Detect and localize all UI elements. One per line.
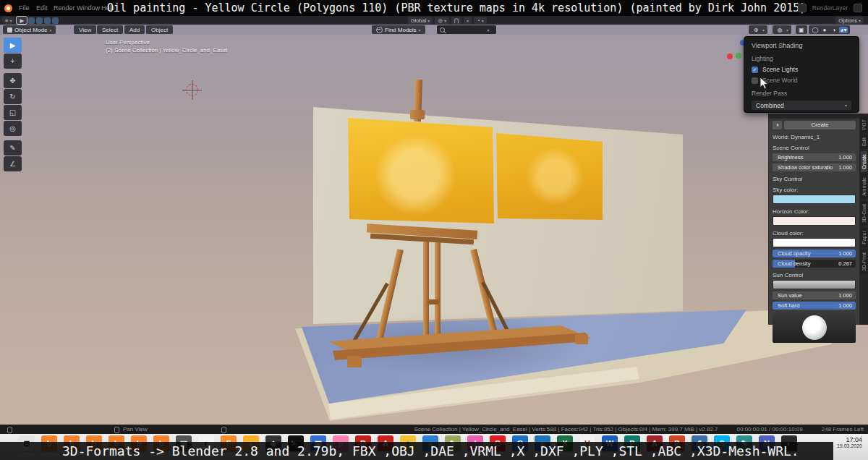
- menu-file[interactable]: File: [14, 0, 34, 16]
- view-layer-icon-2[interactable]: [36, 17, 43, 24]
- painting-right-object[interactable]: [496, 133, 603, 220]
- scene-lights-label: Scene Lights: [762, 66, 798, 73]
- easel-center-post-left[interactable]: [423, 242, 429, 340]
- viewport-3d[interactable]: Object Mode▾ View Select Add Object Find…: [0, 25, 868, 425]
- sun-color-swatch[interactable]: [773, 280, 856, 289]
- viewport-shading-popup: Viewport Shading Lighting ✓ Scene Lights…: [744, 36, 859, 113]
- scene-stats: Scene Collection | Yellow_Circle_and_Eas…: [414, 426, 718, 433]
- viewport-header: Object Mode▾ View Select Add Object Find…: [0, 25, 868, 35]
- scene-icon[interactable]: [798, 4, 807, 12]
- active-tool-button[interactable]: ▶: [17, 17, 27, 24]
- shading-wireframe-button[interactable]: ◯: [811, 27, 820, 33]
- timecode: 00:00:00:01 / 00:00:10:09: [737, 426, 803, 433]
- mode-icon: [7, 27, 12, 33]
- scene-control-label: Scene Control: [773, 145, 856, 151]
- brightness-slider[interactable]: Brightness1.000: [773, 153, 856, 161]
- create-button[interactable]: Create: [784, 121, 856, 129]
- render-layer-group: RenderLayer: [798, 0, 862, 16]
- panel-header-strip: [769, 114, 860, 119]
- model-search-input[interactable]: [437, 25, 483, 34]
- easel-center-post-right[interactable]: [435, 242, 441, 341]
- tool-select-box[interactable]: ▶: [4, 38, 22, 53]
- cursor-3d-icon: [186, 84, 198, 96]
- gizmo-dropdown[interactable]: ⊕▾: [749, 25, 767, 34]
- tool-move[interactable]: ✥: [4, 73, 22, 88]
- overlays-dropdown[interactable]: ◍▾: [773, 25, 791, 34]
- gizmo-y-axis-dot[interactable]: [736, 53, 741, 59]
- tab-edit[interactable]: Edit: [861, 135, 867, 149]
- tab-3d-coat[interactable]: 3D-Coat: [861, 201, 867, 226]
- find-models-dropdown[interactable]: Find Models▾: [372, 25, 425, 34]
- editor-type-selector[interactable]: ≡▾: [2, 17, 14, 24]
- printer-icon[interactable]: [854, 4, 862, 12]
- view-layer-icon-4[interactable]: [52, 17, 59, 24]
- cloud-color-swatch[interactable]: [773, 238, 856, 247]
- topbar: ≡▾ ▶ Global▾ ◎▾ ⋂ ▾ ◔▾ Options▾: [0, 16, 868, 25]
- search-filter-dropdown[interactable]: ▾: [480, 25, 496, 34]
- transform-pivot-select[interactable]: ◎▾: [435, 17, 449, 24]
- tab-create[interactable]: Create: [861, 151, 867, 172]
- tool-rotate[interactable]: ↻: [4, 89, 22, 104]
- tab-animate[interactable]: Animate: [861, 174, 867, 199]
- transform-orientation-select[interactable]: Global▾: [408, 17, 433, 24]
- system-clock[interactable]: 17:04 19.03.2020: [837, 436, 862, 448]
- search-icon: [440, 27, 445, 33]
- frames-left: 248 Frames Left: [822, 426, 864, 433]
- tab-3d-print[interactable]: 3D-Print: [861, 250, 867, 274]
- object-menu[interactable]: Object: [146, 25, 173, 34]
- video-caption-top: Oil painting - Yellow Circle (Polygons 1…: [107, 0, 806, 16]
- tool-scale[interactable]: ◱: [4, 105, 22, 120]
- view-layer-icon-3[interactable]: [44, 17, 51, 24]
- easel-foot-right[interactable]: [575, 334, 588, 344]
- scene-lights-row[interactable]: ✓ Scene Lights: [752, 66, 851, 73]
- snap-settings-select[interactable]: ▾: [464, 17, 472, 24]
- easel-clamp[interactable]: [410, 110, 425, 119]
- pan-view-hint: Pan View: [123, 425, 148, 434]
- scene-lights-checkbox[interactable]: ✓: [752, 67, 758, 73]
- tab-pot[interactable]: POT: [861, 116, 867, 132]
- shadow-saturation-slider[interactable]: Shadow color saturatio1.000: [773, 163, 856, 171]
- xray-toggle[interactable]: ▣: [796, 25, 807, 34]
- shading-material-button[interactable]: ◑: [830, 27, 838, 33]
- render-pass-select[interactable]: Combined▾: [752, 101, 851, 110]
- world-icon: ◑: [773, 121, 782, 129]
- tool-measure[interactable]: ∠: [4, 156, 22, 171]
- sun-control-label: Sun Control: [773, 272, 856, 278]
- view-menu[interactable]: View: [74, 25, 96, 34]
- tool-transform[interactable]: ◎: [4, 121, 22, 136]
- snap-magnet-toggle[interactable]: ⋂: [451, 17, 461, 24]
- globe-icon: [376, 27, 383, 33]
- add-menu[interactable]: Add: [124, 25, 145, 34]
- status-right-group: Scene Collection | Yellow_Circle_and_Eas…: [414, 425, 864, 434]
- scene-world-checkbox[interactable]: [752, 77, 758, 84]
- windows-taskbar: ⊞ b b b b b b ▣ r F ▲ ◆ >_ ▦ p D A + ● ✎…: [0, 434, 868, 460]
- mouse-pointer: [760, 77, 769, 93]
- soft-hard-slider[interactable]: Soft hard1.000: [773, 302, 856, 310]
- menubar: File Edit Render Window Help Oil paintin…: [0, 0, 868, 16]
- video-caption-bottom: 3D-Formats -> Blender 2.8 and 2.79b, FBX…: [0, 442, 833, 460]
- proportional-editing-select[interactable]: ◔▾: [474, 17, 487, 24]
- select-menu[interactable]: Select: [97, 25, 123, 34]
- mode-select[interactable]: Object Mode▾: [3, 25, 56, 34]
- render-layer-label: RenderLayer: [812, 4, 848, 12]
- tool-cursor[interactable]: +: [4, 54, 22, 69]
- gizmo-x-axis-dot[interactable]: [727, 54, 733, 59]
- painting-left-object[interactable]: [348, 118, 494, 223]
- cloud-density-slider[interactable]: Cloud density0.267: [773, 260, 856, 268]
- shading-rendered-button[interactable]: ◕▾: [839, 27, 848, 33]
- view-layer-icon-1[interactable]: [28, 17, 35, 24]
- blender-logo-icon[interactable]: [4, 4, 12, 12]
- tab-paper[interactable]: Paper: [861, 228, 867, 247]
- dynamic-sky-panel: ◑ Create World: Dynamic_1 Scene Control …: [768, 114, 859, 325]
- sun-value-slider[interactable]: Sun value1.000: [773, 291, 856, 299]
- shading-solid-button[interactable]: ●: [820, 27, 829, 33]
- clock-time: 17:04: [837, 436, 862, 443]
- cloud-opacity-slider[interactable]: Cloud opacity1.000: [773, 250, 856, 257]
- horizon-color-swatch[interactable]: [773, 216, 856, 226]
- tool-annotate[interactable]: ✎: [4, 140, 22, 156]
- easel-crossbar-knob[interactable]: [427, 299, 439, 304]
- easel-foot-left[interactable]: [347, 356, 362, 367]
- options-dropdown[interactable]: Options▾: [835, 17, 864, 24]
- collection-overlay: (2) Scene Collection | Yellow_Circle_and…: [106, 47, 227, 54]
- sky-color-swatch[interactable]: [773, 195, 856, 204]
